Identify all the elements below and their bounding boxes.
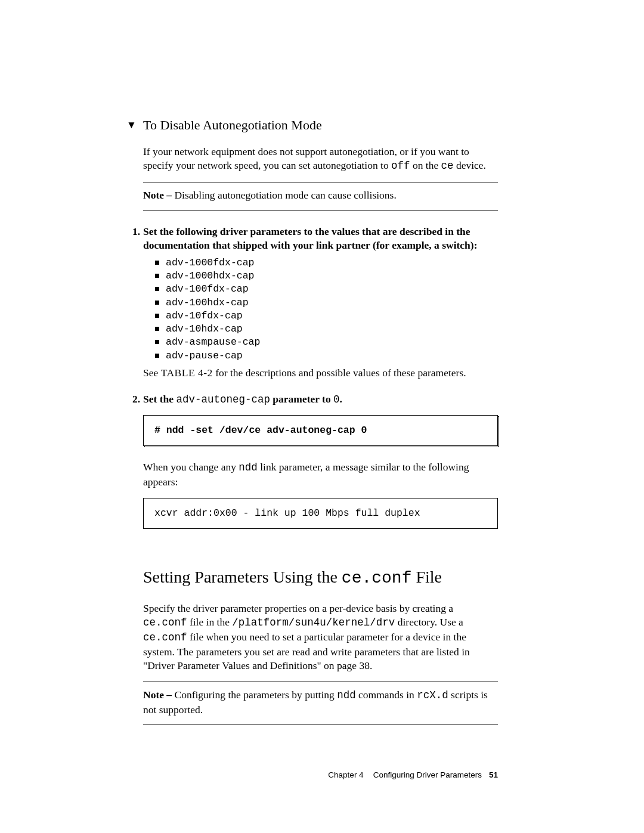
ceconf-paragraph: Specify the driver parameter properties … xyxy=(143,602,498,673)
code-path: /platform/sun4u/kernel/drv xyxy=(232,617,395,628)
note-rcxd: Note – Configuring the parameters by put… xyxy=(143,682,498,724)
triangle-down-icon: ▼ xyxy=(126,119,137,132)
code-ce-conf: ce.conf xyxy=(143,631,187,643)
change-paragraph: When you change any ndd link parameter, … xyxy=(143,460,498,489)
note-collisions: Note – Disabling autonegotiation mode ca… xyxy=(143,182,498,210)
parameter-list: adv-1000fdx-cap adv-1000hdx-cap adv-100f… xyxy=(155,256,498,363)
code-rcxd: rcX.d xyxy=(417,689,448,701)
code-adv-autoneg-cap: adv-autoneg-cap xyxy=(176,394,270,405)
page: ▼ To Disable Autonegotiation Mode If you… xyxy=(0,0,644,833)
command-box-ndd: # ndd -set /dev/ce adv-autoneg-cap 0 xyxy=(143,415,498,446)
step-number: 2. xyxy=(132,392,140,407)
output-box-xcvr: xcvr addr:0x00 - link up 100 Mbps full d… xyxy=(143,498,498,529)
list-item: adv-100hdx-cap xyxy=(155,296,498,309)
code-zero: 0 xyxy=(333,394,340,405)
page-footer: Chapter 4Configuring Driver Parameters51 xyxy=(328,770,498,779)
code-ce-conf: ce.conf xyxy=(342,569,412,587)
list-item: adv-100fdx-cap xyxy=(155,283,498,296)
intro-paragraph: If your network equipment does not suppo… xyxy=(143,145,498,174)
footer-page-number: 51 xyxy=(489,770,498,779)
section-heading-text: To Disable Autonegotiation Mode xyxy=(143,117,322,132)
code-ndd: ndd xyxy=(337,689,356,701)
page-content: ▼ To Disable Autonegotiation Mode If you… xyxy=(143,116,498,724)
step-1: 1. Set the following driver parameters t… xyxy=(132,225,498,380)
see-table-ref: See TABLE 4-2 for the descriptions and p… xyxy=(143,366,498,380)
footer-title: Configuring Driver Parameters xyxy=(373,770,482,779)
list-item: adv-10hdx-cap xyxy=(155,323,498,336)
step-text: Set the adv-autoneg-cap parameter to 0. xyxy=(143,393,342,405)
step-2: 2. Set the adv-autoneg-cap parameter to … xyxy=(132,392,498,529)
footer-chapter: Chapter 4 xyxy=(328,770,363,779)
code-ce-conf: ce.conf xyxy=(143,617,187,628)
table-reference: TABLE 4-2 xyxy=(161,367,213,379)
code-off: off xyxy=(391,160,410,172)
list-item: adv-pause-cap xyxy=(155,349,498,363)
list-item: adv-1000hdx-cap xyxy=(155,270,498,283)
section-heading-ceconf: Setting Parameters Using the ce.conf Fil… xyxy=(143,566,498,590)
list-item: adv-10fdx-cap xyxy=(155,309,498,323)
code-ce: ce xyxy=(441,160,454,172)
step-number: 1. xyxy=(132,225,140,239)
note-label: Note – xyxy=(143,689,172,701)
list-item: adv-asmpause-cap xyxy=(155,336,498,349)
steps-list: 1. Set the following driver parameters t… xyxy=(132,225,498,529)
step-text: Set the following driver parameters to t… xyxy=(143,225,478,252)
list-item: adv-1000fdx-cap xyxy=(155,256,498,270)
note-text: Disabling autonegotiation mode can cause… xyxy=(172,189,397,201)
note-label: Note – xyxy=(143,189,172,201)
code-ndd: ndd xyxy=(239,462,258,473)
section-heading-disable-autoneg: ▼ To Disable Autonegotiation Mode xyxy=(143,116,498,134)
